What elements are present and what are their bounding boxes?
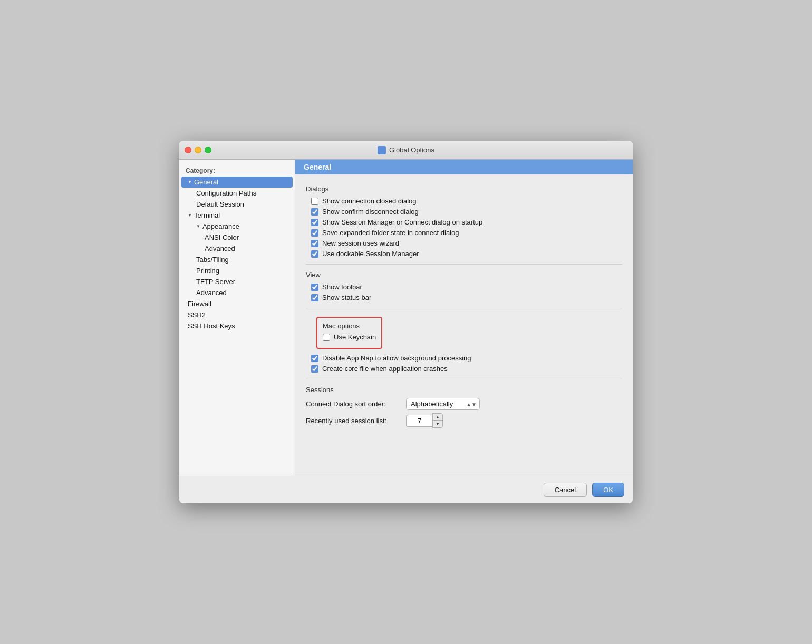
sidebar-item-advanced-appearance[interactable]: Advanced [181,243,293,254]
connect-sort-label: Connect Dialog sort order: [306,400,401,408]
main-panel: General Dialogs Show connection closed d… [295,160,633,476]
minimize-button[interactable] [195,147,201,153]
mac-options-label: Mac options [323,322,376,330]
footer: Cancel OK [179,476,633,503]
connect-sort-select-wrapper: Alphabetically By Date By Type ▲▼ [406,398,480,410]
sidebar-item-default-session[interactable]: Default Session [181,199,293,210]
checkbox-show-session-manager: Show Session Manager or Connect dialog o… [311,218,622,226]
sidebar-item-ansi-color[interactable]: ANSI Color [181,232,293,243]
triangle-icon: ▼ [196,224,200,229]
sidebar-item-tabs-tiling[interactable]: Tabs/Tiling [181,254,293,265]
checkbox-show-session-manager-input[interactable] [311,219,318,226]
checkbox-use-keychain-label: Use Keychain [334,333,376,341]
checkbox-use-keychain: Use Keychain [323,333,376,341]
checkbox-show-toolbar-label: Show toolbar [322,283,362,291]
mac-options-highlight-box: Mac options Use Keychain [316,317,382,349]
view-section-label: View [306,271,622,279]
sidebar-item-tftp-server[interactable]: TFTP Server [181,276,293,287]
main-settings: Dialogs Show connection closed dialog Sh… [295,174,633,476]
sidebar-item-terminal[interactable]: ▼ Terminal [181,210,293,221]
checkbox-save-expanded-folder: Save expanded folder state in connect di… [311,229,622,237]
connect-sort-select[interactable]: Alphabetically By Date By Type [406,398,480,410]
checkbox-show-confirm-disconnect-label: Show confirm disconnect dialog [322,208,419,216]
mac-options-section: Mac options Use Keychain Disable App Nap… [311,315,622,373]
maximize-button[interactable] [205,147,211,153]
checkbox-show-toolbar-input[interactable] [311,284,318,291]
main-content-area: Category: ▼ General Configuration Paths … [179,160,633,476]
sidebar-item-configuration-paths[interactable]: Configuration Paths [181,188,293,199]
checkbox-create-core-file-label: Create core file when application crashe… [322,365,448,373]
sessions-section-label: Sessions [306,386,622,394]
checkbox-disable-app-nap-label: Disable App Nap to allow background proc… [322,354,471,362]
sidebar-item-firewall[interactable]: Firewall [181,298,293,309]
checkbox-use-dockable: Use dockable Session Manager [311,250,622,258]
sidebar-item-general[interactable]: ▼ General [181,177,293,188]
checkbox-show-status-bar: Show status bar [311,294,622,301]
triangle-icon: ▼ [188,180,192,184]
checkbox-new-session-wizard: New session uses wizard [311,239,622,247]
sidebar-item-ssh2[interactable]: SSH2 [181,309,293,320]
category-label: Category: [179,164,295,177]
checkbox-show-connection-closed-label: Show connection closed dialog [322,197,417,205]
stepper-down-button[interactable]: ▼ [433,421,442,427]
triangle-icon: ▼ [188,213,192,218]
divider1 [306,264,622,265]
traffic-lights [185,147,211,153]
cancel-button[interactable]: Cancel [544,483,587,497]
recently-used-row: Recently used session list: ▲ ▼ [306,413,622,428]
section-header: General [295,160,633,174]
stepper-up-button[interactable]: ▲ [433,414,442,421]
recently-used-input[interactable] [406,415,432,427]
sidebar: Category: ▼ General Configuration Paths … [179,160,295,476]
checkbox-disable-app-nap: Disable App Nap to allow background proc… [311,354,622,362]
checkbox-show-toolbar: Show toolbar [311,283,622,291]
stepper-buttons: ▲ ▼ [432,413,443,428]
ok-button[interactable]: OK [592,483,624,497]
checkbox-show-status-bar-label: Show status bar [322,294,371,301]
checkbox-new-session-wizard-label: New session uses wizard [322,239,399,247]
sidebar-item-advanced[interactable]: Advanced [181,287,293,298]
titlebar: Global Options [179,141,633,160]
checkbox-use-dockable-input[interactable] [311,250,318,258]
app-icon [378,146,386,154]
divider2 [306,308,622,308]
checkbox-new-session-wizard-input[interactable] [311,240,318,247]
checkbox-show-status-bar-input[interactable] [311,294,318,301]
connect-sort-row: Connect Dialog sort order: Alphabeticall… [306,398,622,410]
checkbox-disable-app-nap-input[interactable] [311,355,318,362]
recently-used-stepper: ▲ ▼ [406,413,443,428]
checkbox-use-dockable-label: Use dockable Session Manager [322,250,419,258]
checkbox-show-connection-closed-input[interactable] [311,198,318,205]
checkbox-create-core-file: Create core file when application crashe… [311,365,622,373]
close-button[interactable] [185,147,191,153]
sidebar-item-appearance[interactable]: ▼ Appearance [181,221,293,232]
global-options-window: Global Options Category: ▼ General Confi… [179,141,633,503]
checkbox-show-session-manager-label: Show Session Manager or Connect dialog o… [322,218,482,226]
checkbox-use-keychain-input[interactable] [323,334,330,341]
checkbox-show-confirm-disconnect: Show confirm disconnect dialog [311,208,622,216]
checkbox-show-connection-closed: Show connection closed dialog [311,197,622,205]
checkbox-save-expanded-folder-label: Save expanded folder state in connect di… [322,229,459,237]
checkbox-create-core-file-input[interactable] [311,365,318,373]
sidebar-item-ssh-host-keys[interactable]: SSH Host Keys [181,320,293,331]
checkbox-show-confirm-disconnect-input[interactable] [311,208,318,216]
window-title: Global Options [378,146,434,154]
dialogs-section-label: Dialogs [306,185,622,193]
checkbox-save-expanded-folder-input[interactable] [311,229,318,237]
recently-used-label: Recently used session list: [306,417,401,425]
sidebar-item-printing[interactable]: Printing [181,265,293,276]
divider3 [306,379,622,379]
